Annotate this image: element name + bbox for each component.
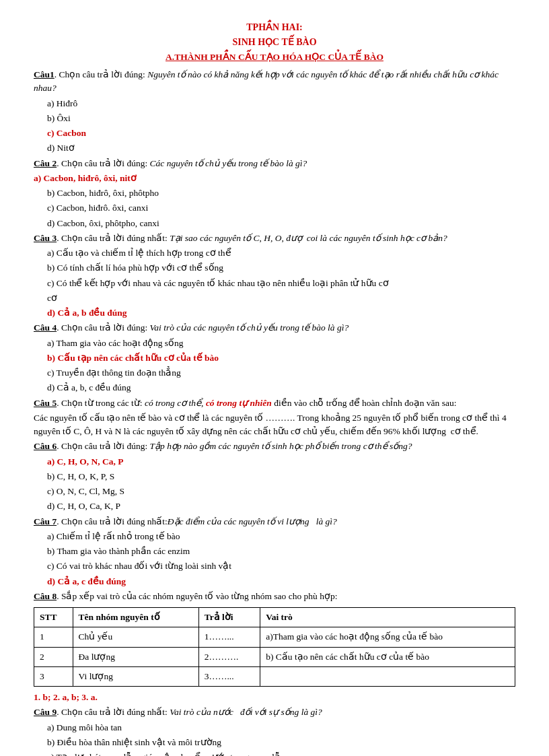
q3-italic: Tại sao các nguyên tố C, H, O, đượ coi l… (170, 233, 447, 243)
q2-italic: Các nguyên tố chủ yếu trong tế bào là gì… (150, 158, 307, 168)
q2-d: d) Cacbon, ôxi, phôtpho, canxi (47, 217, 515, 230)
q2-header: Câu 2. Chọn câu trả lời đúng: Các nguyên… (34, 157, 515, 170)
q7-c: c) Có vai trò khác nhau đối với từng loà… (47, 559, 515, 573)
q8-text: . Sắp xếp vai trò của các nhóm nguyên tố… (57, 591, 337, 601)
q2-label: Câu 2 (34, 158, 57, 168)
q2-text: . Chọn câu trả lời đúng: (57, 158, 149, 168)
table-row: 1 Chủ yếu 1……... a)Tham gia vào các hoạt… (34, 627, 515, 647)
q2-b: b) Cacbon, hiđrô, ôxi, phôtpho (47, 186, 515, 200)
cell-vaitro-1: a)Tham gia vào các hoạt động sống của tế… (260, 627, 515, 647)
cell-ten-2: Đa lượng (73, 647, 198, 666)
q1-d: d) Nitơ (47, 141, 515, 155)
q6-c: c) O, N, C, Cl, Mg, S (47, 485, 515, 498)
cell-ten-3: Vi lượng (73, 666, 198, 686)
cell-vaitro-2: b) Cấu tạo nên các chất hữu cơ của tế bà… (260, 647, 515, 666)
q1-header: Câu1. Chọn câu trả lời đúng: Nguyên tố n… (34, 68, 515, 96)
cell-stt-1: 1 (34, 627, 73, 647)
q6-text: . Chọn câu trả lời đúng: (57, 441, 149, 451)
q8-table: STT Tên nhóm nguyên tố Trả lời Vai trò 1… (34, 607, 515, 687)
q7-d: d) Cả a, c đều đúng (47, 575, 515, 588)
q4-text: . Chọn câu trả lời đúng: (57, 322, 149, 333)
cell-stt-3: 3 (34, 666, 73, 686)
q1-text: . Chọn câu trả lời đúng: (54, 69, 147, 79)
q3-header: Câu 3. Chọn câu trả lời đúng nhất: Tại s… (34, 232, 515, 245)
q5-text: . Chọn từ trong các từ: (57, 398, 145, 408)
col-traloi: Trả lời (198, 608, 260, 627)
subtitle: SINH HỌC TẾ BÀO (34, 35, 515, 50)
table-row: 2 Đa lượng 2………. b) Cấu tạo nên các chất… (34, 647, 515, 666)
q9-header: Câu 9. Chọn câu trả lời đúng nhất: Vai t… (34, 706, 515, 719)
q3-c2: cơ (47, 291, 515, 305)
q6-header: Câu 6. Chọn câu trả lời đúng: Tập hợp nà… (34, 440, 515, 453)
q7-italic: Đặc điểm của các nguyên tố vi lượng là g… (168, 516, 337, 526)
page-header: TPHẦN HAI: SINH HỌC TẾ BÀO A.THÀNH PHẦN … (34, 20, 515, 64)
q5-italic2: có trong tự nhiên (206, 398, 272, 408)
q6-d: d) C, H, O, Ca, K, P (47, 500, 515, 513)
q7-label: Câu 7 (34, 516, 57, 526)
col-ten: Tên nhóm nguyên tố (73, 608, 198, 627)
q2-c: c) Cacbon, hiđrô. ôxi, canxi (47, 201, 515, 215)
q2-a: a) Cacbon, hiđrô, ôxi, nitơ (34, 172, 515, 185)
q3-label: Câu 3 (34, 233, 57, 243)
q6-label: Câu 6 (34, 441, 57, 451)
q5-text-end: điền vào chỗ trống để hoàn chỉnh đoạn vă… (272, 398, 457, 408)
questions-container: Câu1. Chọn câu trả lời đúng: Nguyên tố n… (34, 68, 515, 756)
q8-label: Câu 8 (34, 591, 57, 601)
q1-b: b) Ôxi (47, 112, 515, 125)
q7-a: a) Chiếm tỉ lệ rất nhỏ trong tế bào (47, 530, 515, 543)
cell-traloi-1: 1……... (198, 627, 260, 647)
q7-text: . Chọn câu trả lời đúng nhất: (57, 516, 168, 526)
q4-label: Câu 4 (34, 322, 57, 333)
q4-header: Câu 4. Chọn câu trả lời đúng: Vai trò củ… (34, 321, 515, 335)
q9-label: Câu 9 (34, 707, 57, 717)
q3-d: d) Cả a, b đều đúng (47, 306, 515, 320)
q9-italic: Vai trò của nước đối với sự sống là gì? (170, 707, 322, 717)
section-title: A.THÀNH PHẦN CẤU TẠO HÓA HỌC CỦA TẾ BÀO (34, 50, 515, 64)
table-row: 3 Vi lượng 3……... (34, 666, 515, 686)
q5-italic1: có trong cơ thể, (145, 398, 206, 408)
col-vaitro: Vai trò (260, 608, 515, 627)
q7-header: Câu 7. Chọn câu trả lời đúng nhất:Đặc đi… (34, 515, 515, 528)
q1-a: a) Hiđrô (47, 97, 515, 110)
cell-traloi-2: 2………. (198, 647, 260, 666)
q5-paragraph: Các nguyên tố cấu tạo nên tế bào và cơ t… (34, 411, 515, 439)
q6-italic: Tập hợp nào gồm các nguyên tố sinh học p… (150, 441, 412, 451)
cell-ten-1: Chủ yếu (73, 627, 198, 647)
q6-b: b) C, H, O, K, P, S (47, 470, 515, 483)
q1-c: c) Cacbon (47, 127, 515, 140)
q9-text: . Chọn câu trả lời đúng nhất: (57, 707, 170, 717)
cell-traloi-3: 3……... (198, 666, 260, 686)
q3-b: b) Có tính chất lí hóa phù hợp với cơ th… (47, 261, 515, 275)
q4-a: a) Tham gia vào các hoạt động sống (47, 337, 515, 350)
q9-c: c) Tạo lực hút mao dẫn, giúp vận chuyển … (47, 751, 515, 756)
q5-label: Câu 5 (34, 398, 57, 408)
q4-b: b) Cấu tạp nên các chất hữu cơ của tế bà… (47, 351, 515, 365)
col-stt: STT (34, 608, 73, 627)
q3-a: a) Cấu tạo và chiếm tỉ lệ thích hợp tron… (47, 246, 515, 260)
q9-a: a) Dung môi hòa tan (47, 721, 515, 734)
q7-b: b) Tham gia vào thành phần các enzim (47, 545, 515, 558)
q1-label: Câu1 (34, 69, 54, 79)
q6-a: a) C, H, O, N, Ca, P (47, 455, 515, 469)
part-title: TPHẦN HAI: (34, 20, 515, 35)
cell-vaitro-3 (260, 666, 515, 686)
q9-b: b) Điều hòa thân nhiệt sinh vật và môi t… (47, 736, 515, 749)
q4-c: c) Truyền đạt thông tin đoạn thẳng (47, 366, 515, 380)
q8-header: Câu 8. Sắp xếp vai trò của các nhóm nguy… (34, 590, 515, 603)
q3-text: . Chọn câu trả lời đúng nhất: (57, 233, 170, 243)
q3-c: c) Có thể kết hợp với nhau và các nguyên… (47, 277, 515, 290)
q5-header: Câu 5. Chọn từ trong các từ: có trong cơ… (34, 397, 515, 410)
cell-stt-2: 2 (34, 647, 73, 666)
q4-d: d) Cả a, b, c đều đúng (47, 381, 515, 394)
q8-answer: 1. b; 2. a, b; 3. a. (34, 691, 515, 704)
q4-italic: Vai trò của các nguyên tố chủ yếu trong … (150, 322, 349, 333)
